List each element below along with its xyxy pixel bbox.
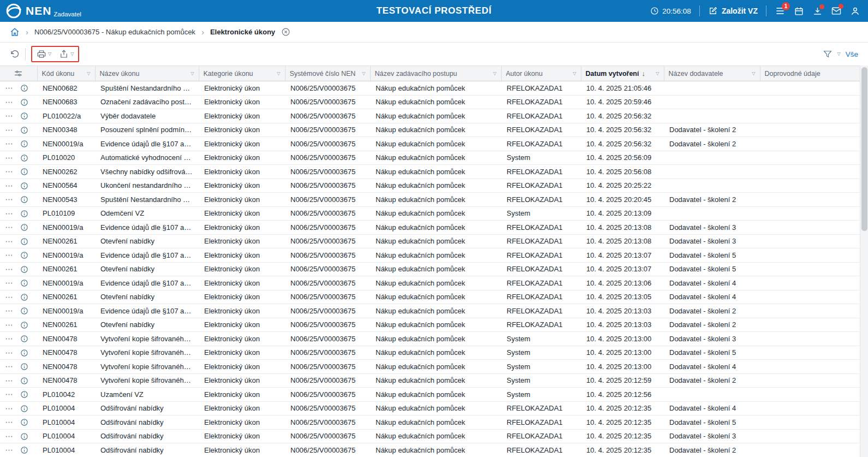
row-info-icon[interactable] — [20, 390, 28, 399]
table-row[interactable]: PL010022/a Výběr dodavatele Elektronický… — [0, 109, 860, 123]
column-header[interactable]: Název dodavatele▽ — [664, 66, 760, 81]
table-row[interactable]: PL010109 Odemčení VZ Elektronický úkon N… — [0, 206, 860, 221]
table-row[interactable]: NEN00683 Označení zadávacího postu… Elek… — [0, 95, 860, 109]
row-more-actions-icon[interactable] — [5, 126, 13, 134]
row-info-icon[interactable] — [20, 154, 28, 162]
table-row[interactable]: NEN00348 Posouzení splnění podmíne… Elek… — [0, 123, 860, 137]
table-row[interactable]: NEN00261 Otevření nabídky Elektronický ú… — [0, 318, 860, 332]
column-filter-icon[interactable]: ▽ — [277, 71, 280, 76]
row-info-icon[interactable] — [20, 349, 28, 357]
table-row[interactable]: NEN00261 Otevření nabídky Elektronický ú… — [0, 262, 860, 276]
column-header[interactable]: Systémové číslo NEN▽ — [285, 66, 370, 81]
menu-button[interactable]: 1 — [775, 5, 786, 16]
close-tab-icon[interactable] — [281, 27, 290, 37]
table-row[interactable]: PL010004 Odšifrování nabídky Elektronick… — [0, 429, 860, 443]
row-more-actions-icon[interactable] — [5, 251, 13, 259]
column-filter-icon[interactable]: ▽ — [191, 71, 194, 76]
column-filter-icon[interactable]: ▽ — [573, 71, 576, 76]
table-row[interactable]: NEN00261 Otevření nabídky Elektronický ú… — [0, 290, 860, 304]
table-row[interactable]: NEN00019/a Evidence údajů dle §107 až … … — [0, 137, 860, 151]
create-vz-button[interactable]: Založit VZ — [708, 6, 758, 16]
column-header[interactable]: Název zadávacího postupu▽ — [370, 66, 501, 81]
row-more-actions-icon[interactable] — [5, 321, 13, 329]
export-button[interactable]: ▽ — [59, 49, 74, 59]
print-dropdown-icon[interactable]: ▽ — [48, 52, 51, 56]
nen-logo[interactable]: NEN Zadavatel — [5, 3, 81, 19]
row-info-icon[interactable] — [20, 140, 28, 148]
row-more-actions-icon[interactable] — [5, 182, 13, 190]
breadcrumb-procurement-link[interactable]: N006/25/V00003675 - Nákup edukačních pom… — [34, 28, 195, 36]
column-filter-icon[interactable]: ▽ — [752, 71, 755, 76]
column-filter-icon[interactable]: ▽ — [493, 71, 496, 76]
row-info-icon[interactable] — [20, 251, 28, 259]
row-info-icon[interactable] — [20, 98, 28, 106]
column-filter-icon[interactable]: ▽ — [87, 71, 90, 76]
table-row[interactable]: PL010004 Odšifrování nabídky Elektronick… — [0, 443, 860, 457]
filter-button[interactable] — [823, 49, 833, 59]
table-row[interactable]: PL010042 Uzamčení VZ Elektronický úkon N… — [0, 388, 860, 402]
column-filter-icon[interactable]: ▽ — [362, 71, 365, 76]
row-more-actions-icon[interactable] — [5, 140, 13, 148]
row-more-actions-icon[interactable] — [5, 307, 13, 315]
downloads-button[interactable] — [812, 6, 823, 16]
table-row[interactable]: NEN00478 Vytvoření kopie šifrovaného … E… — [0, 332, 860, 346]
row-info-icon[interactable] — [20, 293, 28, 301]
row-info-icon[interactable] — [20, 126, 28, 134]
row-more-actions-icon[interactable] — [5, 238, 13, 246]
row-more-actions-icon[interactable] — [5, 418, 13, 426]
column-header[interactable]: Název úkonu▽ — [95, 66, 199, 81]
row-info-icon[interactable] — [20, 112, 28, 120]
table-row[interactable]: PL010004 Odšifrování nabídky Elektronick… — [0, 416, 860, 430]
table-row[interactable]: NEN00478 Vytvoření kopie šifrovaného … E… — [0, 346, 860, 360]
row-info-icon[interactable] — [20, 446, 28, 454]
row-info-icon[interactable] — [20, 182, 28, 190]
table-row[interactable]: NEN00478 Vytvoření kopie šifrovaného … E… — [0, 373, 860, 388]
messages-button[interactable] — [831, 5, 842, 16]
table-row[interactable]: NEN00019/a Evidence údajů dle §107 až … … — [0, 276, 860, 290]
refresh-button[interactable] — [10, 49, 20, 59]
row-more-actions-icon[interactable] — [5, 168, 13, 176]
column-header[interactable]: Autor úkonu▽ — [501, 66, 581, 81]
row-info-icon[interactable] — [20, 321, 28, 329]
table-row[interactable]: NEN00019/a Evidence údajů dle §107 až … … — [0, 304, 860, 318]
row-more-actions-icon[interactable] — [5, 210, 13, 218]
table-row[interactable]: NEN00019/a Evidence údajů dle §107 až … … — [0, 248, 860, 263]
row-info-icon[interactable] — [20, 238, 28, 246]
table-row[interactable]: NEN00564 Ukončení nestandardního st… Ele… — [0, 179, 860, 193]
filter-scope-dropdown-icon[interactable]: ▽ — [837, 52, 841, 56]
row-more-actions-icon[interactable] — [5, 112, 13, 120]
table-row[interactable]: PL010020 Automatické vyhodnocení n… Elek… — [0, 151, 860, 165]
row-info-icon[interactable] — [20, 418, 28, 426]
row-more-actions-icon[interactable] — [5, 377, 13, 385]
table-row[interactable]: NEN00543 Spuštění Nestandardního st… Ele… — [0, 193, 860, 207]
row-info-icon[interactable] — [20, 307, 28, 315]
table-row[interactable]: NEN00019/a Evidence údajů dle §107 až … … — [0, 221, 860, 235]
vertical-scrollbar[interactable] — [860, 66, 868, 457]
table-row[interactable]: NEN00478 Vytvoření kopie šifrovaného … E… — [0, 360, 860, 374]
row-info-icon[interactable] — [20, 377, 28, 385]
table-settings-header[interactable] — [0, 66, 37, 81]
row-info-icon[interactable] — [20, 223, 28, 232]
scrollbar-thumb[interactable] — [861, 67, 867, 231]
table-row[interactable]: NEN00261 Otevření nabídky Elektronický ú… — [0, 234, 860, 248]
row-more-actions-icon[interactable] — [5, 349, 13, 357]
column-header[interactable]: Datum vytvoření↓▽ — [581, 66, 664, 81]
profile-button[interactable] — [850, 6, 860, 16]
row-more-actions-icon[interactable] — [5, 154, 13, 162]
print-button[interactable]: ▽ — [37, 49, 51, 59]
row-info-icon[interactable] — [20, 405, 28, 413]
calendar-button[interactable] — [794, 6, 804, 16]
table-row[interactable]: NEN00682 Spuštění Nestandardního st… Ele… — [0, 81, 860, 96]
row-info-icon[interactable] — [20, 279, 28, 287]
row-more-actions-icon[interactable] — [5, 84, 13, 92]
filter-scope-label[interactable]: Vše — [846, 50, 858, 58]
row-more-actions-icon[interactable] — [5, 335, 13, 343]
row-more-actions-icon[interactable] — [5, 405, 13, 413]
table-row[interactable]: PL010004 Odšifrování nabídky Elektronick… — [0, 401, 860, 416]
column-header[interactable]: Kód úkonu▽ — [37, 66, 95, 81]
row-more-actions-icon[interactable] — [5, 390, 13, 399]
home-icon[interactable] — [10, 27, 20, 37]
row-more-actions-icon[interactable] — [5, 432, 13, 441]
row-more-actions-icon[interactable] — [5, 279, 13, 287]
row-info-icon[interactable] — [20, 210, 28, 218]
